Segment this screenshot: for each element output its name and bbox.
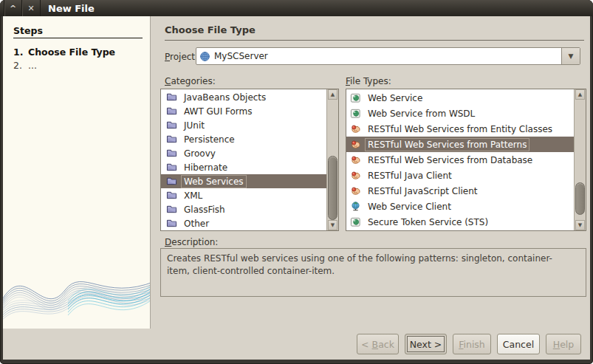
- main-panel: Choose File Type Project: MySCServer ▼ C…: [151, 16, 590, 329]
- web-service-icon: [349, 92, 361, 103]
- list-item[interactable]: JavaBeans Objects: [161, 90, 326, 104]
- web-service-client-icon: [349, 201, 361, 212]
- folder-icon: [165, 162, 177, 172]
- rest-service-icon: [349, 185, 361, 196]
- project-value: MySCServer: [214, 51, 268, 61]
- list-item[interactable]: RESTful Web Services from Entity Classes: [346, 121, 574, 137]
- categories-label: Categories:: [165, 76, 216, 86]
- list-item[interactable]: XML: [161, 188, 326, 202]
- back-button[interactable]: < Back: [357, 334, 399, 354]
- list-item[interactable]: Other: [161, 216, 326, 230]
- rest-service-icon: [349, 139, 361, 150]
- list-item[interactable]: Web Service from WSDL: [346, 106, 574, 121]
- dialog-body: Steps 1.Choose File Type 2....: [3, 16, 590, 360]
- categories-list: JavaBeans Objects AWT GUI Forms JUnit Pe…: [160, 89, 339, 231]
- scrollbar-thumb[interactable]: [575, 182, 585, 215]
- list-item[interactable]: Groovy: [161, 146, 326, 160]
- project-combobox[interactable]: MySCServer ▼: [196, 47, 580, 65]
- close-icon: ✕: [27, 4, 34, 13]
- scroll-down-icon[interactable]: ▼: [575, 220, 585, 230]
- heading-rule: [165, 40, 584, 41]
- scroll-down-icon[interactable]: ▼: [328, 220, 337, 230]
- project-label: Project:: [165, 52, 198, 62]
- list-item-selected[interactable]: RESTful Web Services from Patterns: [346, 137, 586, 152]
- list-item[interactable]: RESTful Java Client: [346, 168, 574, 183]
- steps-heading: Steps: [13, 25, 43, 36]
- list-item[interactable]: Persistence: [161, 132, 326, 146]
- rest-service-icon: [349, 123, 361, 134]
- new-file-dialog: ^ ✕ New File Steps 1.Choose File Type 2.…: [0, 0, 593, 364]
- folder-icon: [165, 190, 177, 200]
- description-label: Description:: [165, 237, 218, 247]
- list-item-selected[interactable]: Web Services: [161, 174, 338, 188]
- step-item-1: 1.Choose File Type: [13, 47, 115, 58]
- folder-icon: [165, 148, 177, 158]
- list-item[interactable]: Hibernate: [161, 160, 326, 174]
- steps-panel: Steps 1.Choose File Type 2....: [3, 16, 151, 329]
- list-item[interactable]: AWT GUI Forms: [161, 104, 326, 118]
- description-text: Creates RESTful web services using one o…: [167, 253, 569, 278]
- step-item-2: 2....: [13, 60, 37, 71]
- scrollbar-thumb[interactable]: [328, 156, 337, 220]
- button-bar: < Back Next > Finish Cancel Help: [3, 329, 590, 360]
- scroll-up-icon[interactable]: ▲: [328, 89, 337, 100]
- list-item[interactable]: GlassFish: [161, 202, 326, 216]
- cancel-button[interactable]: Cancel: [497, 334, 540, 354]
- steps-rule: [13, 38, 143, 38]
- window-title: New File: [48, 0, 95, 16]
- folder-icon: [165, 219, 177, 228]
- folder-icon: [165, 92, 177, 102]
- secure-token-icon: [349, 216, 361, 227]
- folder-icon: [165, 134, 177, 144]
- rest-service-icon: [349, 170, 361, 181]
- folder-icon: [165, 106, 177, 116]
- close-button[interactable]: ✕: [22, 0, 41, 16]
- list-item[interactable]: RESTful JavaScript Client: [346, 183, 574, 199]
- list-item[interactable]: RESTful Web Services from Database: [346, 152, 574, 168]
- description-box: Creates RESTful web services using one o…: [160, 248, 586, 297]
- list-item[interactable]: JUnit: [161, 118, 326, 132]
- list-item[interactable]: Secure Token Service (STS): [346, 214, 574, 230]
- scroll-up-icon[interactable]: ▲: [575, 89, 585, 100]
- folder-icon: [165, 120, 177, 130]
- finish-button[interactable]: Finish: [453, 334, 491, 354]
- web-service-icon: [349, 108, 361, 119]
- decorative-wave-graphic: [3, 249, 151, 329]
- file-types-scrollbar[interactable]: ▲ ▼: [574, 89, 586, 230]
- list-item[interactable]: Web Service: [346, 90, 574, 106]
- shade-icon: ^: [10, 4, 16, 13]
- next-button[interactable]: Next >: [405, 334, 447, 354]
- combo-dropdown-button[interactable]: ▼: [561, 48, 580, 64]
- folder-icon: [165, 176, 177, 186]
- categories-scrollbar[interactable]: ▲ ▼: [326, 89, 338, 230]
- file-types-label: File Types:: [346, 76, 391, 86]
- titlebar[interactable]: ^ ✕ New File: [0, 0, 593, 16]
- file-types-list: Web Service Web Service from WSDL RESTfu…: [346, 89, 586, 231]
- help-button[interactable]: Help: [546, 334, 581, 354]
- rest-service-icon: [349, 154, 361, 165]
- page-title: Choose File Type: [165, 24, 256, 35]
- folder-icon: [165, 205, 177, 214]
- globe-icon: [199, 51, 210, 62]
- shade-button[interactable]: ^: [4, 0, 22, 16]
- list-item[interactable]: Web Service Client: [346, 199, 574, 214]
